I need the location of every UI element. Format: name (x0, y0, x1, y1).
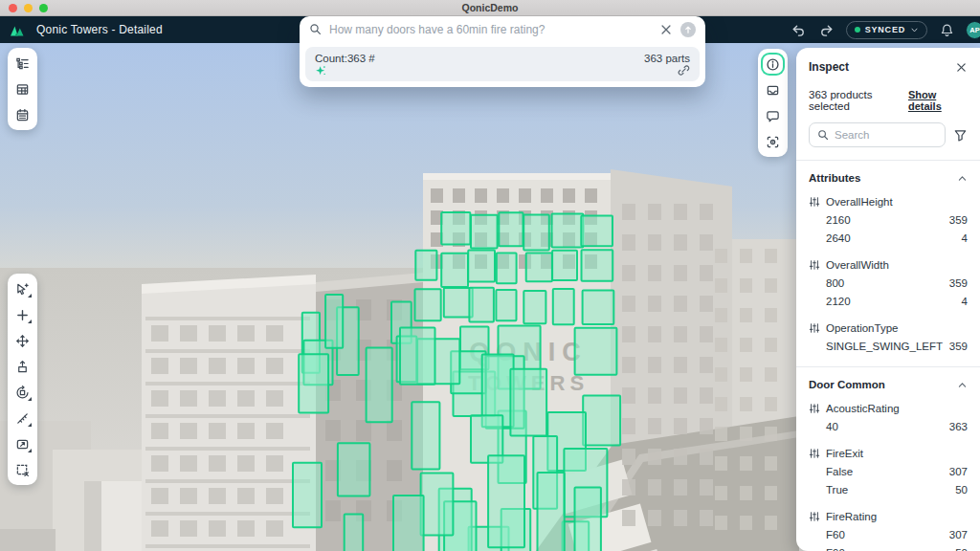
door-highlight[interactable] (526, 253, 552, 282)
door-highlight[interactable] (538, 473, 565, 551)
attribute-name-row[interactable]: OperationType (809, 319, 968, 337)
selection-summary: 363 products selected (809, 89, 908, 112)
door-highlight[interactable] (523, 291, 546, 323)
attribute-group: FireRating F60 307 F90 50 No value 6 (809, 507, 968, 551)
door-highlight[interactable] (325, 295, 343, 348)
door-highlight[interactable] (299, 354, 328, 412)
attribute-name-row[interactable]: FireExit (809, 444, 968, 462)
door-highlight[interactable] (575, 488, 601, 551)
schedule-view-button[interactable] (11, 103, 34, 126)
window-title: QonicDemo (0, 2, 980, 13)
attribute-name-row[interactable]: OverallWidth (809, 255, 968, 274)
sync-status-button[interactable]: SYNCED (846, 21, 927, 39)
door-highlight[interactable] (293, 463, 322, 528)
door-highlight[interactable] (496, 290, 516, 320)
attribute-name-row[interactable]: FireRating (809, 507, 968, 525)
door-highlight[interactable] (510, 369, 546, 436)
attribute-value-row[interactable]: 2120 4 (809, 292, 968, 310)
door-highlight[interactable] (393, 496, 424, 551)
attribute-value-row[interactable]: False 307 (809, 462, 968, 480)
door-highlight[interactable] (444, 288, 473, 318)
submit-query-button[interactable] (680, 22, 696, 37)
attribute-name: OverallWidth (826, 259, 889, 271)
chevron-up-icon[interactable] (957, 380, 968, 390)
filter-icon[interactable] (953, 128, 968, 143)
door-highlight[interactable] (415, 289, 441, 320)
attribute-value-row[interactable]: F60 307 (809, 525, 968, 543)
attribute-sliders-icon (809, 322, 820, 334)
door-highlight[interactable] (523, 214, 549, 250)
focus-selection-button[interactable] (761, 130, 785, 153)
door-highlight[interactable] (552, 214, 584, 248)
door-highlight[interactable] (553, 289, 574, 324)
chevron-down-icon (910, 26, 919, 34)
measure-button[interactable] (11, 407, 34, 430)
attribute-value-row[interactable]: True 50 (809, 480, 968, 498)
link-icon[interactable] (678, 64, 690, 77)
door-highlight[interactable] (421, 474, 454, 536)
user-avatar[interactable]: AP (966, 21, 980, 39)
door-highlight[interactable] (582, 250, 613, 281)
door-highlight[interactable] (581, 216, 612, 247)
notifications-button[interactable] (938, 21, 955, 38)
door-highlight[interactable] (338, 443, 370, 496)
door-highlight[interactable] (488, 455, 524, 547)
section-box-button[interactable] (11, 458, 34, 481)
modelling-toolbar (8, 274, 37, 485)
section-header[interactable]: Door Common (809, 379, 968, 390)
door-highlight[interactable] (499, 212, 523, 246)
inspect-panel-button[interactable] (761, 53, 785, 76)
door-highlight[interactable] (583, 290, 614, 324)
door-highlight[interactable] (497, 253, 517, 284)
move-button[interactable] (11, 329, 34, 352)
door-highlight[interactable] (468, 250, 495, 281)
attribute-group: OperationType SINGLE_SWING_LEFT 359 (809, 319, 968, 355)
door-highlight[interactable] (367, 347, 392, 422)
door-highlight[interactable] (583, 396, 620, 446)
chevron-up-icon[interactable] (957, 173, 968, 184)
attribute-value-row[interactable]: 40 363 (809, 417, 968, 435)
door-highlight[interactable] (575, 328, 617, 375)
attribute-value-row[interactable]: F90 50 (809, 543, 968, 551)
door-highlight[interactable] (552, 251, 577, 280)
attribute-value-row[interactable]: 800 359 (809, 274, 968, 292)
door-highlight[interactable] (345, 515, 364, 551)
attribute-value-row[interactable]: SINGLE_SWING_LEFT 359 (809, 337, 968, 355)
door-highlight[interactable] (400, 327, 435, 384)
markup-button[interactable] (11, 432, 34, 455)
attributes-search-input[interactable] (835, 129, 937, 141)
show-details-link[interactable]: Show details (908, 89, 968, 112)
model-tree-button[interactable] (11, 52, 34, 75)
attribute-name-row[interactable]: AcousticRating (809, 399, 968, 417)
search-bar[interactable]: How many doors have a 60min fire rating? (300, 16, 705, 42)
clear-search-button[interactable] (659, 23, 673, 36)
section-header[interactable]: Attributes (809, 172, 968, 184)
inbox-panel-button[interactable] (761, 78, 785, 101)
header-actions: SYNCED AP (791, 16, 980, 43)
redo-button[interactable] (818, 21, 835, 38)
ai-sparkle-icon (315, 65, 326, 77)
push-pull-button[interactable] (11, 355, 34, 378)
door-highlight[interactable] (415, 251, 436, 280)
attribute-name-row[interactable]: OverallHeight (809, 192, 968, 210)
add-button[interactable] (11, 303, 34, 326)
smart-select-button[interactable] (11, 277, 34, 300)
comments-panel-button[interactable] (761, 104, 785, 127)
close-inspect-button[interactable] (955, 61, 968, 74)
door-highlight[interactable] (441, 253, 468, 287)
door-highlight[interactable] (471, 215, 498, 249)
door-highlight[interactable] (469, 288, 494, 322)
attribute-value-row[interactable]: 2640 4 (809, 229, 968, 247)
push-pull-icon (15, 360, 30, 374)
undo-button[interactable] (791, 21, 808, 38)
door-highlight[interactable] (412, 402, 439, 469)
attribute-value: F60 (826, 529, 845, 540)
door-highlight[interactable] (441, 212, 470, 244)
attributes-search-box[interactable] (809, 122, 946, 147)
table-view-button[interactable] (11, 77, 34, 100)
search-result-item[interactable]: Count:363 # 363 parts (305, 47, 700, 81)
attribute-value-row[interactable]: 2160 359 (809, 210, 968, 229)
attribute-count: 4 (962, 232, 968, 244)
search-query-text[interactable]: How many doors have a 60min fire rating? (329, 23, 652, 36)
rotate-button[interactable] (11, 381, 34, 404)
